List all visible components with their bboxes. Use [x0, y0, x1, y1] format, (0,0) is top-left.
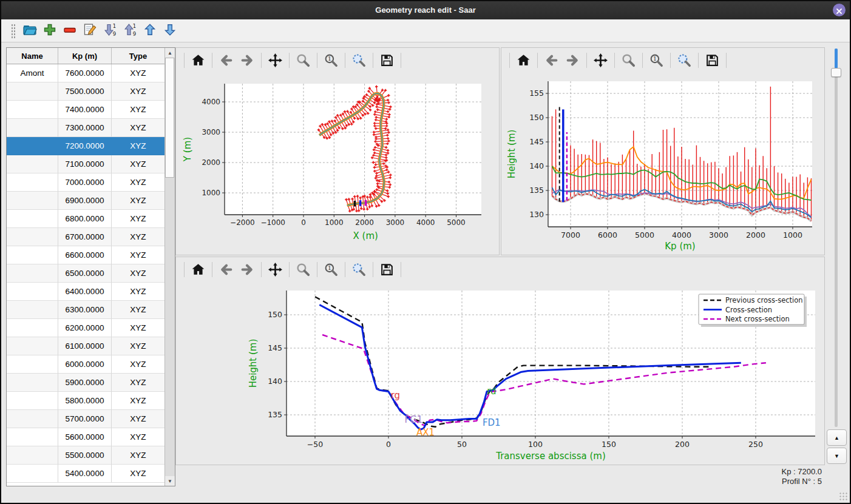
table-cell[interactable]: 6700.0000 [58, 228, 112, 246]
table-row[interactable]: 5700.0000XYZ [7, 410, 175, 428]
table-row[interactable]: Amont7600.0000XYZ [7, 64, 175, 82]
table-cell[interactable]: 7000.0000 [58, 173, 112, 192]
table-cell[interactable]: XYZ [112, 465, 165, 483]
table-cell[interactable]: 6000.0000 [58, 355, 112, 374]
table-cell[interactable]: XYZ [112, 173, 165, 192]
table-row[interactable]: 6300.0000XYZ [7, 301, 175, 319]
table-row[interactable]: 6400.0000XYZ [7, 283, 175, 301]
table-cell[interactable]: 6300.0000 [58, 301, 112, 319]
zoom-extents-button[interactable] [350, 261, 368, 278]
back-button[interactable] [217, 261, 235, 278]
table-cell[interactable]: 6900.0000 [58, 192, 112, 210]
forward-button[interactable] [239, 52, 256, 69]
table-cell[interactable] [7, 392, 58, 410]
table-cell[interactable]: 5900.0000 [58, 374, 112, 392]
table-cell[interactable] [7, 301, 58, 319]
table-cell[interactable] [7, 173, 58, 192]
slider-handle[interactable] [831, 68, 841, 77]
sort-descending-button[interactable]: 19 [102, 21, 119, 38]
table-cell[interactable]: 6100.0000 [58, 337, 112, 355]
table-cell[interactable]: 7300.0000 [58, 119, 112, 137]
table-row[interactable]: 7400.0000XYZ [7, 101, 175, 119]
home-button[interactable] [189, 52, 207, 69]
table-cell[interactable]: 6200.0000 [58, 319, 112, 337]
table-cell[interactable]: XYZ [112, 137, 165, 155]
table-cell[interactable]: 6800.0000 [58, 210, 112, 228]
titlebar[interactable]: Geometry reach edit - Saar [1, 1, 850, 19]
plan-plot-canvas[interactable]: −2000−1000010002000300040005000100020003… [176, 72, 499, 254]
table-cell[interactable]: XYZ [112, 428, 165, 446]
previous-profile-button[interactable]: ▲ [827, 429, 847, 446]
table-row[interactable]: 6100.0000XYZ [7, 337, 175, 355]
table-cell[interactable] [7, 283, 58, 301]
table-cell[interactable]: 5400.0000 [58, 465, 112, 483]
table-row[interactable]: 7200.0000XYZ [7, 137, 175, 155]
table-cell[interactable]: XYZ [112, 82, 165, 101]
table-cell[interactable]: XYZ [112, 410, 165, 428]
table-cell[interactable] [7, 119, 58, 137]
table-cell[interactable] [7, 228, 58, 246]
table-cell[interactable] [7, 246, 58, 264]
forward-button[interactable] [564, 52, 581, 69]
edit-button[interactable] [82, 21, 99, 38]
move-down-button[interactable] [162, 21, 179, 38]
scroll-down-button[interactable]: ▼ [165, 476, 175, 486]
table-cell[interactable]: 7200.0000 [58, 137, 112, 155]
table-row[interactable]: 5500.0000XYZ [7, 446, 175, 465]
table-row[interactable]: 6900.0000XYZ [7, 192, 175, 210]
table-cell[interactable]: XYZ [112, 355, 165, 374]
save-button[interactable] [378, 261, 396, 278]
save-button[interactable] [378, 52, 396, 69]
table-cell[interactable] [7, 446, 58, 465]
table-row[interactable]: 6200.0000XYZ [7, 319, 175, 337]
table-cell[interactable]: XYZ [112, 264, 165, 283]
zoom-selection-button[interactable]: 1 [648, 52, 665, 69]
zoom-extents-button[interactable] [350, 52, 368, 69]
close-button[interactable] [833, 4, 846, 16]
table-cell[interactable] [7, 137, 58, 155]
table-cell[interactable] [7, 465, 58, 483]
table-cell[interactable]: 5600.0000 [58, 428, 112, 446]
table-row[interactable]: 6800.0000XYZ [7, 210, 175, 228]
pan-button[interactable] [266, 261, 284, 278]
toolbar-drag-handle[interactable] [11, 24, 15, 38]
table-cell[interactable] [7, 82, 58, 101]
remove-button[interactable] [62, 21, 79, 38]
column-header-type[interactable]: Type [112, 48, 165, 64]
table-cell[interactable]: 5800.0000 [58, 392, 112, 410]
back-button[interactable] [543, 52, 560, 69]
table-row[interactable]: 7300.0000XYZ [7, 119, 175, 137]
table-cell[interactable]: 7500.0000 [58, 82, 112, 101]
table-cell[interactable]: 7600.0000 [58, 64, 112, 82]
forward-button[interactable] [239, 261, 256, 278]
move-up-button[interactable] [142, 21, 159, 38]
table-cell[interactable] [7, 192, 58, 210]
column-header-kp-m-[interactable]: Kp (m) [58, 48, 112, 64]
table-row[interactable]: 6700.0000XYZ [7, 228, 175, 246]
table-cell[interactable]: XYZ [112, 283, 165, 301]
table-row[interactable]: 6000.0000XYZ [7, 355, 175, 374]
table-row[interactable]: 5800.0000XYZ [7, 392, 175, 410]
table-cell[interactable]: XYZ [112, 155, 165, 173]
table-cell[interactable]: 5500.0000 [58, 446, 112, 465]
table-cell[interactable]: 5700.0000 [58, 410, 112, 428]
table-row[interactable]: 5900.0000XYZ [7, 374, 175, 392]
table-row[interactable]: 6500.0000XYZ [7, 264, 175, 283]
zoom-selection-button[interactable]: 1 [322, 261, 340, 278]
table-cell[interactable]: XYZ [112, 337, 165, 355]
add-button[interactable] [42, 21, 59, 38]
table-cell[interactable]: XYZ [112, 246, 165, 264]
zoom-selection-button[interactable]: 1 [322, 52, 340, 69]
table-cell[interactable]: 7400.0000 [58, 101, 112, 119]
table-cell[interactable]: XYZ [112, 192, 165, 210]
section-plot-canvas[interactable]: −50050100150200250135140145150Transverse… [176, 281, 823, 465]
table-row[interactable]: 6600.0000XYZ [7, 246, 175, 264]
home-button[interactable] [515, 52, 532, 69]
table-cell[interactable]: 6400.0000 [58, 283, 112, 301]
table-cell[interactable]: XYZ [112, 228, 165, 246]
table-cell[interactable]: XYZ [112, 101, 165, 119]
scroll-thumb[interactable] [165, 58, 174, 178]
table-cell[interactable]: XYZ [112, 392, 165, 410]
table-cell[interactable] [7, 355, 58, 374]
table-scrollbar[interactable]: ▲ ▼ [164, 48, 175, 486]
